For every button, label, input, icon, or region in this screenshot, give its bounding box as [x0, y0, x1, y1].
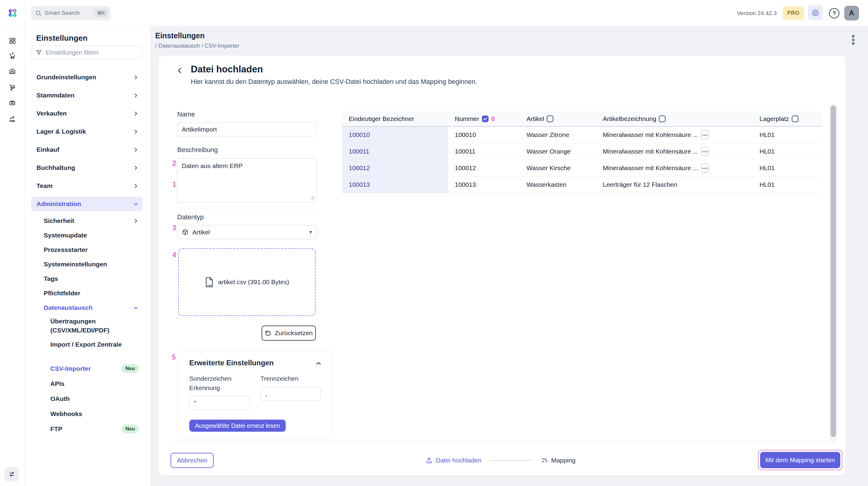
sidebar-item-team[interactable]: Team — [31, 179, 143, 193]
nav-finance-button[interactable] — [5, 96, 20, 110]
search-shortcut-badge: ⌘K — [94, 9, 108, 17]
table-scrollbar[interactable] — [829, 104, 838, 441]
cell-artikelbezeichnung: Mineralwasser mit Kohlensäure ...••• — [596, 143, 753, 160]
column-checkbox[interactable] — [547, 116, 553, 122]
step-upload[interactable]: Datei hochladen — [425, 457, 482, 464]
reread-file-button[interactable]: Ausgewählte Datei erneut lesen — [189, 420, 286, 432]
sidebar-item-apis[interactable]: APIs — [46, 378, 143, 390]
selected-column-count: 6 — [491, 115, 495, 123]
start-mapping-button[interactable]: Mit dem Mapping starten — [760, 452, 840, 468]
step-marker-2: 2 — [173, 159, 176, 167]
column-label: Lagerplatz — [760, 115, 789, 122]
column-header-nummer: Nummer6 — [448, 112, 520, 126]
table-row: 100012100012Wasser KirscheMineralwasser … — [342, 160, 822, 176]
sidebar-item-übertragungen-csv-xml-edi-pdf[interactable]: Übertragungen (CSV/XML/EDI/PDF) — [46, 316, 143, 336]
help-button[interactable]: ? — [829, 8, 839, 19]
sidebar-item-label: Prozessstarter — [44, 246, 88, 253]
sidebar-item-systemupdate[interactable]: Systemupdate — [39, 229, 143, 241]
chevron-down-icon — [133, 305, 139, 311]
cell-nummer: 100013 — [448, 176, 520, 193]
settings-filter[interactable] — [31, 46, 143, 59]
sidebar-item-einkauf[interactable]: Einkauf — [31, 142, 143, 157]
sidebar-item-buchhaltung[interactable]: Buchhaltung — [31, 161, 143, 175]
back-button[interactable] — [175, 65, 185, 76]
settings-filter-input[interactable] — [46, 49, 138, 56]
user-avatar[interactable]: A — [844, 6, 859, 21]
expand-text-button[interactable]: ••• — [701, 164, 709, 173]
sidebar-item-administration[interactable]: Administration — [31, 197, 143, 211]
sidebar-item-lager-logistik[interactable]: Lager & Logistik — [31, 124, 143, 139]
nav-warehouse-button[interactable] — [5, 64, 20, 78]
description-textarea[interactable]: Daten aus altem ERP — [177, 159, 317, 203]
cash-icon — [9, 99, 16, 107]
advanced-settings-panel: Erweiterte Einstellungen Sonderzeichen E… — [178, 350, 332, 438]
sidebar-item-systemeinstellungen[interactable]: Systemeinstellungen — [39, 258, 143, 270]
table-row: 100013100013WasserkastenLeerträger für 1… — [342, 176, 822, 193]
cell-lagerplatz: HL01 — [753, 160, 822, 176]
hand-truck-icon — [9, 84, 16, 91]
special-char-input[interactable] — [189, 396, 250, 410]
dot-icon — [852, 42, 855, 45]
sidebar-item-stammdaten[interactable]: Stammdaten — [31, 88, 143, 103]
form-divider — [177, 208, 317, 208]
chevron-right-icon — [133, 218, 139, 224]
cell-eindeutiger-bezeichner[interactable]: 100010 — [342, 127, 448, 143]
sidebar-item-pflichtfelder[interactable]: Pflichtfelder — [39, 287, 143, 299]
sidebar-item-import-export-zentrale[interactable]: Import / Export Zentrale — [46, 339, 143, 350]
scrollbar-thumb[interactable] — [831, 105, 836, 437]
datatype-select[interactable]: Artikel ▾ — [177, 225, 317, 239]
column-label: Artikel — [527, 115, 544, 122]
step-mapping[interactable]: Mapping — [541, 457, 576, 464]
dropzone-filename: artikel.csv (391.00 Bytes) — [218, 279, 289, 286]
column-checkbox[interactable] — [659, 116, 665, 122]
table-row: 100010100010Wasser ZitroneMineralwasser … — [342, 127, 822, 143]
separator-input[interactable] — [260, 387, 321, 401]
smart-search[interactable]: ⌘K — [31, 6, 111, 20]
expand-text-button[interactable]: ••• — [701, 130, 709, 139]
cell-artikel: Wasser Orange — [520, 143, 596, 160]
chevron-right-icon — [133, 74, 139, 81]
cell-value: Wasserkasten — [527, 181, 566, 188]
chevron-right-icon — [133, 92, 139, 98]
cell-eindeutiger-bezeichner[interactable]: 100011 — [342, 143, 448, 160]
nav-logistics-button[interactable] — [5, 81, 20, 94]
cell-value: 100013 — [455, 181, 476, 188]
settings-gear-button[interactable] — [808, 5, 823, 20]
collapse-sidebar-button[interactable] — [4, 467, 19, 482]
name-input[interactable] — [177, 122, 317, 136]
sidebar-item-datenaustausch[interactable]: Datenaustausch — [39, 302, 143, 314]
sidebar-item-ftp[interactable]: FTPNeu — [46, 423, 143, 435]
sidebar-item-webhooks[interactable]: Webhooks — [46, 408, 143, 420]
nav-reports-button[interactable] — [5, 112, 20, 125]
cell-artikel: Wasser Zitrone — [520, 127, 596, 143]
column-checkbox[interactable] — [792, 116, 798, 122]
swap-arrows-icon — [8, 470, 16, 478]
file-dropzone[interactable]: csv artikel.csv (391.00 Bytes) — [178, 248, 315, 316]
sidebar-item-sicherheit[interactable]: Sicherheit — [39, 215, 143, 227]
sidebar-item-grundeinstellungen[interactable]: Grundeinstellungen — [31, 70, 143, 84]
table-row: 100011100011Wasser OrangeMineralwasser m… — [342, 143, 822, 160]
sidebar-item-label: Sicherheit — [44, 217, 74, 224]
cancel-button[interactable]: Abbrechen — [170, 453, 214, 468]
nav-dashboard-button[interactable] — [5, 34, 20, 47]
chevron-down-icon — [133, 201, 139, 207]
more-options-button[interactable] — [849, 34, 858, 48]
column-label: Nummer — [455, 115, 479, 122]
app-logo-icon[interactable] — [7, 5, 19, 21]
nav-sales-cart-button[interactable] — [5, 49, 20, 62]
step-mapping-label: Mapping — [551, 457, 576, 464]
expand-text-button[interactable]: ••• — [701, 147, 709, 156]
reset-button[interactable]: Zurücksetzen — [261, 325, 316, 341]
collapse-panel-button[interactable] — [315, 360, 322, 367]
column-checkbox-checked[interactable] — [482, 116, 489, 122]
cell-eindeutiger-bezeichner[interactable]: 100012 — [342, 160, 448, 176]
sidebar-item-prozessstarter[interactable]: Prozessstarter — [39, 244, 143, 256]
search-input[interactable] — [44, 10, 91, 16]
sidebar-item-tags[interactable]: Tags — [39, 273, 143, 285]
sidebar-nav-list: GrundeinstellungenStammdatenVerkaufenLag… — [31, 70, 143, 438]
sidebar-item-oauth[interactable]: OAuth — [46, 393, 143, 405]
sidebar-item-verkaufen[interactable]: Verkaufen — [31, 106, 143, 121]
cell-value: 100010 — [349, 131, 370, 139]
cell-eindeutiger-bezeichner[interactable]: 100013 — [342, 176, 448, 193]
sidebar-item-csv-importer[interactable]: CSV-ImporterNeu — [46, 363, 143, 375]
